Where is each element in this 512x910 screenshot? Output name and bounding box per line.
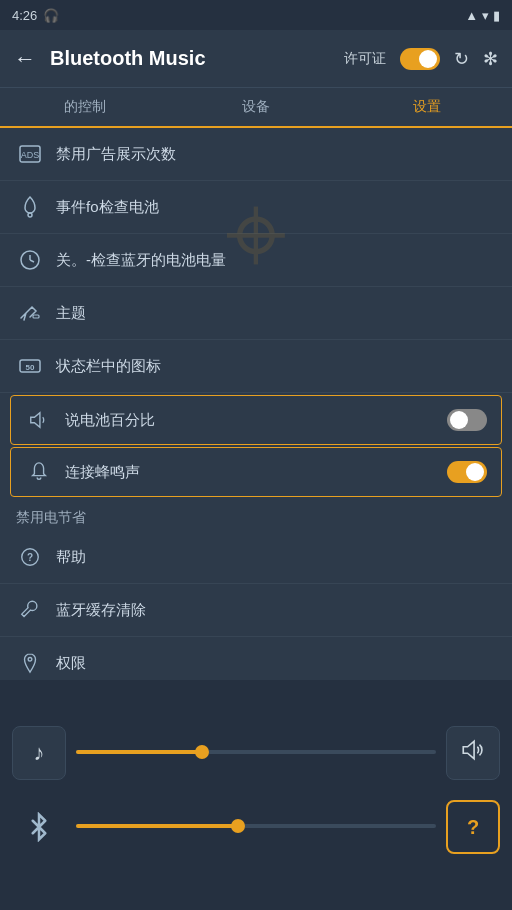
svg-marker-9 [31, 413, 40, 428]
svg-text:50: 50 [26, 363, 35, 372]
svg-point-2 [28, 213, 32, 217]
bluetooth-header-icon[interactable]: ✻ [483, 48, 498, 70]
help-icon: ? [16, 543, 44, 571]
svg-point-12 [28, 658, 32, 662]
connect-beep-toggle[interactable] [447, 461, 487, 483]
help-button[interactable]: ? [446, 800, 500, 854]
battery-check-label: 关。-检查蓝牙的电池电量 [56, 251, 496, 270]
volume-icon [460, 737, 486, 769]
volume-slider-container[interactable] [76, 750, 436, 756]
svg-line-5 [30, 260, 34, 262]
bottom-player: ♪ [0, 680, 512, 910]
player-row-2: ? [12, 800, 500, 854]
status-icon-label: 状态栏中的图标 [56, 357, 496, 376]
header-right: 许可证 ↻ ✻ [344, 48, 498, 70]
permission-label: 许可证 [344, 50, 386, 68]
clear-cache-label: 蓝牙缓存清除 [56, 601, 496, 620]
ads-icon: ADS [16, 140, 44, 168]
setting-event[interactable]: 事件fo检查电池 [0, 181, 512, 234]
back-button[interactable]: ← [14, 46, 36, 72]
speaker-icon [25, 406, 53, 434]
battery-icon: ▮ [493, 8, 500, 23]
player-row-1: ♪ [12, 726, 500, 780]
bt-thumb[interactable] [231, 819, 245, 833]
status-bar: 4:26 🎧 ▲ ▾ ▮ [0, 0, 512, 30]
header: ← Bluetooth Music 许可证 ↻ ✻ [0, 30, 512, 88]
setting-theme[interactable]: 主题 [0, 287, 512, 340]
volume-track [76, 750, 436, 754]
volume-thumb[interactable] [195, 745, 209, 759]
status-time: 4:26 [12, 8, 37, 23]
page-title: Bluetooth Music [50, 47, 344, 70]
tab-devices[interactable]: 设备 [171, 88, 342, 126]
statusbar-icon: 50 [16, 352, 44, 380]
tab-controls[interactable]: 的控制 [0, 88, 171, 126]
svg-rect-6 [33, 315, 39, 318]
say-battery-label: 说电池百分比 [65, 411, 435, 430]
setting-clear-cache[interactable]: 蓝牙缓存清除 [0, 584, 512, 637]
location-icon [16, 649, 44, 677]
permission-toggle[interactable] [400, 48, 440, 70]
headphone-icon: 🎧 [43, 8, 59, 23]
volume-button[interactable] [446, 726, 500, 780]
volume-fill [76, 750, 202, 754]
event-icon [16, 193, 44, 221]
settings-list: ADS 禁用广告展示次数 事件fo检查电池 关。-检查蓝牙的电池电量 [0, 128, 512, 690]
svg-marker-13 [463, 741, 474, 758]
setting-connect-beep[interactable]: 连接蜂鸣声 [10, 447, 502, 497]
help-btn-icon: ? [467, 816, 479, 839]
bt-fill [76, 824, 238, 828]
theme-icon [16, 299, 44, 327]
status-right: ▲ ▾ ▮ [465, 8, 500, 23]
wrench-icon [16, 596, 44, 624]
bell-icon [25, 458, 53, 486]
tab-settings[interactable]: 设置 [341, 88, 512, 126]
svg-text:ADS: ADS [21, 150, 40, 160]
status-left: 4:26 🎧 [12, 8, 59, 23]
bt-slider-container[interactable] [76, 824, 436, 830]
ads-label: 禁用广告展示次数 [56, 145, 496, 164]
power-save-section: 禁用电节省 [0, 499, 512, 531]
wifi-icon: ▾ [482, 8, 489, 23]
clock-icon [16, 246, 44, 274]
music-note-icon: ♪ [34, 740, 45, 766]
setting-status-icon[interactable]: 50 状态栏中的图标 [0, 340, 512, 393]
refresh-icon[interactable]: ↻ [454, 48, 469, 70]
setting-battery-check[interactable]: 关。-检查蓝牙的电池电量 [0, 234, 512, 287]
signal-icon: ▲ [465, 8, 478, 23]
say-battery-toggle[interactable] [447, 409, 487, 431]
bt-player-icon [12, 812, 66, 842]
tabs: 的控制 设备 设置 [0, 88, 512, 128]
setting-help[interactable]: ? 帮助 [0, 531, 512, 584]
connect-beep-label: 连接蜂鸣声 [65, 463, 435, 482]
theme-label: 主题 [56, 304, 496, 323]
help-label: 帮助 [56, 548, 496, 567]
event-label: 事件fo检查电池 [56, 198, 496, 217]
setting-say-battery[interactable]: 说电池百分比 [10, 395, 502, 445]
music-note-button[interactable]: ♪ [12, 726, 66, 780]
permissions-label: 权限 [56, 654, 496, 673]
bt-track [76, 824, 436, 828]
setting-ads[interactable]: ADS 禁用广告展示次数 [0, 128, 512, 181]
svg-text:?: ? [27, 552, 33, 563]
